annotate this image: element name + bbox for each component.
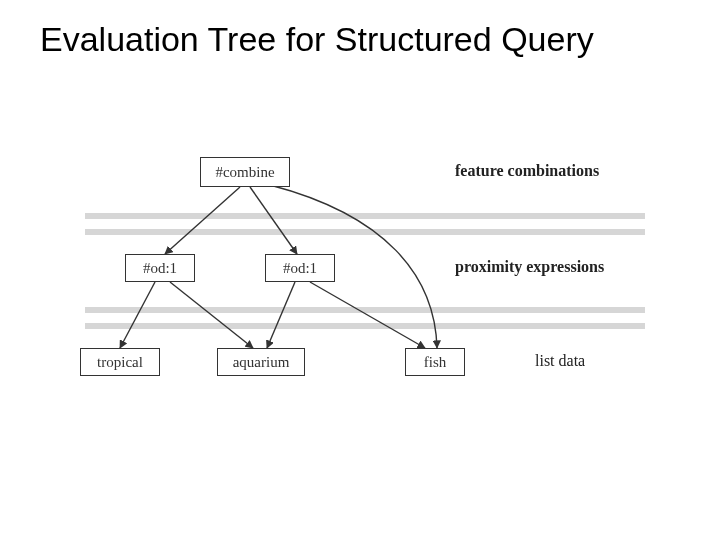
tree-edges [85, 155, 645, 420]
evaluation-tree-diagram: #combine feature combinations #od:1 #od:… [85, 155, 645, 420]
row-label-proximity-expressions: proximity expressions [455, 258, 604, 276]
node-od1-right: #od:1 [265, 254, 335, 282]
divider-band [85, 323, 645, 329]
svg-line-2 [120, 282, 155, 348]
node-aquarium: aquarium [217, 348, 305, 376]
node-fish: fish [405, 348, 465, 376]
svg-line-5 [310, 282, 425, 348]
divider-band [85, 229, 645, 235]
svg-line-0 [165, 187, 240, 254]
row-label-list-data: list data [535, 352, 585, 370]
svg-line-3 [170, 282, 253, 348]
node-tropical: tropical [80, 348, 160, 376]
svg-line-1 [250, 187, 297, 254]
svg-line-4 [267, 282, 295, 348]
row-label-feature-combinations: feature combinations [455, 162, 599, 180]
slide-title: Evaluation Tree for Structured Query [40, 20, 594, 59]
divider-band [85, 307, 645, 313]
node-combine: #combine [200, 157, 290, 187]
divider-band [85, 213, 645, 219]
node-od1-left: #od:1 [125, 254, 195, 282]
